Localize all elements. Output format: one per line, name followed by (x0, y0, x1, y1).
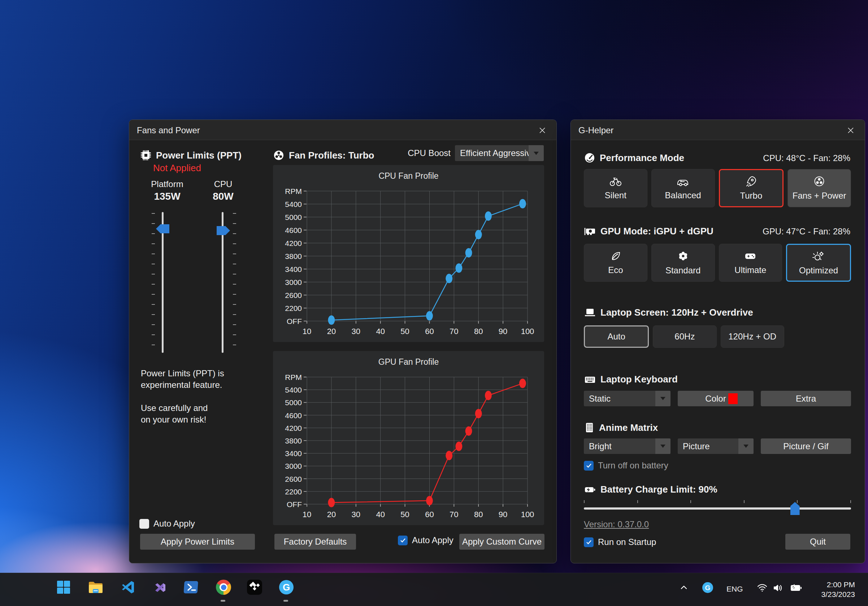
standard-mode-button[interactable]: Standard (651, 244, 715, 282)
screen-60hz-button[interactable]: 60Hz (653, 325, 716, 348)
keyboard-color-button[interactable]: Color (678, 391, 753, 406)
ghelper-app-icon[interactable]: G (278, 579, 294, 595)
svg-text:2600: 2600 (285, 475, 302, 483)
visual-studio-icon[interactable] (152, 579, 168, 595)
screen-auto-label: Auto (607, 332, 625, 342)
svg-text:OFF: OFF (287, 500, 302, 508)
battery-slider-track[interactable] (584, 507, 851, 510)
svg-text:3400: 3400 (285, 449, 302, 457)
volume-icon[interactable] (773, 583, 784, 593)
version-link[interactable]: Version: 0.37.0.0 (584, 519, 649, 529)
gpu-buttons: Eco Standard (584, 244, 851, 282)
svg-text:3800: 3800 (285, 252, 302, 260)
turbo-label: Turbo (740, 191, 762, 201)
keyboard-extra-button[interactable]: Extra (761, 391, 851, 406)
eco-mode-button[interactable]: Eco (584, 244, 647, 282)
fans-power-button[interactable]: Fans + Power (787, 169, 851, 207)
close-icon[interactable] (534, 124, 550, 137)
warning-line: Power Limits (PPT) is (141, 368, 224, 378)
platform-slider-thumb[interactable] (156, 224, 169, 233)
run-on-startup-checkbox[interactable] (584, 537, 594, 547)
keyboard-mode-dropdown[interactable]: Static (584, 391, 671, 406)
svg-text:2200: 2200 (285, 488, 302, 496)
cpu-slider-label: CPU (196, 179, 250, 189)
battery-charging-icon[interactable] (790, 583, 802, 593)
curve-auto-apply-checkbox[interactable] (398, 536, 408, 546)
cpu-slider-ticks (233, 213, 236, 353)
laptop-screen-header: Laptop Screen: 120Hz + Overdrive (584, 307, 753, 318)
g-helper-window: G-Helper Performance Mode CPU: 48°C - Fa… (570, 119, 865, 563)
apply-power-limits-button[interactable]: Apply Power Limits (140, 534, 255, 550)
tray-time: 2:00 PM (822, 580, 855, 589)
balanced-mode-button[interactable]: Balanced (651, 169, 715, 207)
optimized-label: Optimized (799, 265, 838, 276)
ghelper-icon-letter: G (283, 582, 290, 593)
chrome-icon[interactable] (215, 579, 231, 595)
fans-power-label: Fans + Power (792, 191, 846, 201)
svg-text:40: 40 (376, 327, 384, 336)
anime-brightness-value: Bright (584, 441, 655, 451)
screen-auto-button[interactable]: Auto (584, 325, 649, 348)
battery-slider-thumb[interactable] (790, 502, 800, 515)
powershell-icon[interactable] (183, 579, 199, 595)
silent-mode-button[interactable]: Silent (584, 169, 647, 207)
tray-language-indicator[interactable]: ENG (727, 585, 743, 594)
turbo-mode-button[interactable]: Turbo (719, 169, 784, 207)
power-auto-apply-checkbox[interactable] (140, 519, 149, 529)
cpu-temp-status: CPU: 48°C - Fan: 28% (763, 153, 850, 163)
gpu-card-icon (584, 225, 596, 237)
svg-text:30: 30 (352, 510, 360, 519)
file-explorer-icon[interactable] (88, 579, 104, 595)
cpu-boost-dropdown[interactable]: Efficient Aggressive (455, 145, 544, 161)
svg-text:30: 30 (352, 327, 360, 336)
chrome-running-indicator (221, 600, 225, 602)
platform-slider-ticks (152, 213, 155, 353)
turn-off-on-battery-checkbox[interactable] (584, 461, 594, 471)
screen-60hz-label: 60Hz (674, 332, 695, 342)
turn-off-on-battery-row: Turn off on battery (584, 460, 668, 471)
anime-matrix-header: Anime Matrix (584, 422, 658, 433)
optimized-mode-button[interactable]: Optimized (786, 244, 851, 282)
gpu-temp-status: GPU: 47°C - Fan: 28% (763, 226, 850, 237)
performance-buttons: Silent Balanced (584, 169, 851, 207)
svg-text:4200: 4200 (285, 239, 302, 247)
ghelper-titlebar: G-Helper (571, 120, 865, 140)
svg-text:20: 20 (327, 510, 336, 519)
gpu-fan-chart-panel[interactable]: GPU Fan ProfileRPM5400500046004200380034… (273, 351, 544, 525)
close-icon[interactable] (842, 124, 859, 137)
ultimate-mode-button[interactable]: Ultimate (719, 244, 783, 282)
tidal-icon[interactable] (246, 579, 262, 595)
vscode-icon[interactable] (120, 579, 136, 595)
ghelper-running-indicator (284, 600, 288, 602)
power-limits-header-label: Power Limits (PPT) (156, 150, 242, 161)
cpu-fan-chart[interactable]: CPU Fan ProfileRPM5400500046004200380034… (273, 165, 544, 342)
chevron-down-icon[interactable] (738, 439, 753, 454)
gpu-fan-chart[interactable]: GPU Fan ProfileRPM5400500046004200380034… (273, 351, 544, 525)
ghelper-title: G-Helper (578, 125, 614, 135)
anime-mode-dropdown[interactable]: Picture (678, 439, 753, 454)
chevron-down-icon[interactable] (655, 391, 671, 406)
chevron-down-icon[interactable] (655, 439, 671, 454)
cpu-fan-chart-panel[interactable]: CPU Fan ProfileRPM5400500046004200380034… (273, 165, 544, 342)
battery-bolt-icon (584, 484, 596, 495)
tray-clock[interactable]: 2:00 PM 3/23/2023 (822, 580, 855, 599)
tray-chevron-up-icon[interactable] (679, 583, 688, 592)
svg-text:5400: 5400 (285, 386, 302, 394)
keyboard-mode-value: Static (584, 394, 655, 404)
fans-and-power-window: Fans and Power Power Limits (PPT) Not Ap… (129, 119, 557, 563)
screen-120hz-od-button[interactable]: 120Hz + OD (721, 325, 784, 348)
power-auto-apply-row: Auto Apply (140, 519, 195, 529)
cpu-slider-thumb[interactable] (217, 226, 230, 235)
chevron-down-icon[interactable] (529, 145, 544, 161)
svg-text:70: 70 (450, 327, 458, 336)
performance-mode-header: Performance Mode (584, 152, 684, 164)
quit-button[interactable]: Quit (785, 534, 850, 550)
picture-gif-button[interactable]: Picture / Gif (761, 439, 851, 454)
start-button-icon[interactable] (56, 579, 71, 595)
factory-defaults-button[interactable]: Factory Defaults (274, 534, 356, 550)
tray-ghelper-icon[interactable]: G (702, 582, 713, 594)
apply-custom-curve-button[interactable]: Apply Custom Curve (459, 534, 544, 550)
anime-brightness-dropdown[interactable]: Bright (584, 439, 671, 454)
screen-buttons: Auto 60Hz 120Hz + OD (584, 325, 851, 348)
wifi-icon[interactable] (757, 583, 767, 593)
